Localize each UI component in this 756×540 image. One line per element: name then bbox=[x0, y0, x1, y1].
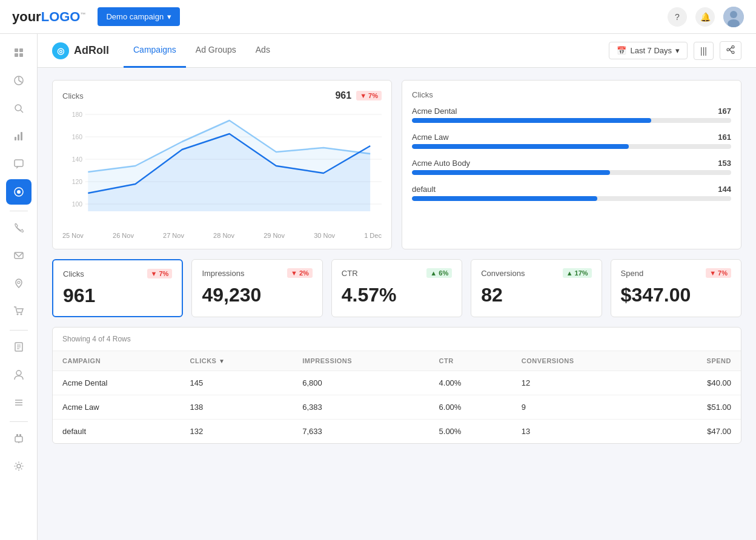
metric-card-ctr[interactable]: CTR ▲ 6% 4.57% bbox=[331, 259, 462, 317]
metric-card-ctr-badge: ▲ 6% bbox=[426, 268, 452, 278]
bar-value-1: 161 bbox=[718, 133, 731, 142]
bar-chart-header: Clicks bbox=[412, 90, 731, 99]
sidebar-item-cart[interactable] bbox=[6, 298, 31, 324]
svg-rect-4 bbox=[19, 48, 23, 52]
bar-value-0: 167 bbox=[718, 107, 731, 116]
share-button[interactable] bbox=[720, 41, 741, 60]
th-impressions: Impressions bbox=[293, 351, 429, 371]
metric-card-impressions[interactable]: Impressions ▼ 2% 49,230 bbox=[191, 259, 322, 317]
metric-card-ctr-label: CTR bbox=[342, 269, 358, 278]
share-icon bbox=[726, 46, 735, 56]
columns-button[interactable]: ||| bbox=[694, 42, 714, 60]
tab-campaigns[interactable]: Campaigns bbox=[124, 34, 186, 68]
sidebar-item-chat[interactable] bbox=[6, 151, 31, 177]
sidebar-item-search[interactable] bbox=[6, 96, 31, 121]
date-range-button[interactable]: 📅 Last 7 Days ▾ bbox=[609, 42, 688, 59]
svg-point-34 bbox=[732, 51, 734, 54]
svg-rect-10 bbox=[15, 137, 16, 140]
bar-track-3 bbox=[412, 196, 731, 201]
campaigns-table: Campaign Clicks ▼ Impressions CTR Conver… bbox=[53, 351, 741, 443]
metric-card-conversions-header: Conversions ▲ 17% bbox=[481, 268, 591, 278]
campaign-button[interactable]: Demo campaign ▾ bbox=[98, 7, 180, 26]
calendar-icon: 📅 bbox=[617, 46, 626, 55]
data-table-card: Showing 4 of 4 Rows Campaign Clicks ▼ Im… bbox=[52, 327, 741, 444]
bar-label-2: Acme Auto Body bbox=[412, 159, 470, 168]
avatar[interactable] bbox=[723, 7, 744, 27]
sidebar-item-user[interactable] bbox=[6, 362, 31, 387]
sidebar-item-phone[interactable] bbox=[6, 215, 31, 240]
metric-card-impressions-header: Impressions ▼ 2% bbox=[202, 268, 312, 278]
metric-card-impressions-label: Impressions bbox=[202, 269, 244, 278]
bar-label-row-2: Acme Auto Body 153 bbox=[412, 159, 731, 168]
logo: yourLOGO™ bbox=[12, 9, 85, 25]
sidebar-item-analytics[interactable] bbox=[6, 68, 31, 93]
metric-card-spend-header: Spend ▼ 7% bbox=[621, 268, 731, 278]
sidebar-item-home[interactable] bbox=[6, 40, 31, 65]
bar-label-row-1: Acme Law 161 bbox=[412, 133, 731, 142]
svg-point-19 bbox=[20, 314, 22, 315]
sidebar-divider-3 bbox=[10, 421, 28, 422]
top-nav-left: yourLOGO™ Demo campaign ▾ bbox=[12, 7, 180, 26]
adroll-icon: ◎ bbox=[52, 42, 69, 59]
table-header-row: Campaign Clicks ▼ Impressions CTR Conver… bbox=[53, 351, 741, 371]
td-conversions-1: 9 bbox=[512, 395, 654, 420]
metric-card-spend-value: $347.00 bbox=[621, 285, 731, 305]
svg-rect-3 bbox=[15, 48, 18, 52]
bar-label-row-3: default 144 bbox=[412, 185, 731, 194]
sidebar-item-plugin[interactable] bbox=[6, 426, 31, 451]
notification-button[interactable]: 🔔 bbox=[695, 7, 715, 27]
metric-card-conversions-label: Conversions bbox=[481, 269, 525, 278]
sidebar-item-settings[interactable] bbox=[6, 453, 31, 456]
bar-fill-2 bbox=[412, 170, 610, 175]
line-chart-badge: ▼ 7% bbox=[356, 91, 382, 100]
metric-card-conversions-badge: ▲ 17% bbox=[563, 268, 592, 278]
campaign-btn-label: Demo campaign bbox=[106, 12, 164, 21]
td-impressions-2: 7,633 bbox=[293, 420, 429, 444]
td-campaign-2: default bbox=[53, 420, 180, 444]
svg-point-24 bbox=[16, 370, 21, 375]
metric-cards-row: Clicks ▼ 7% 961 Impressions ▼ 2% 49,230 … bbox=[52, 259, 741, 317]
th-campaign: Campaign bbox=[53, 351, 180, 371]
sidebar-item-dashboard[interactable] bbox=[6, 123, 31, 149]
metric-card-clicks[interactable]: Clicks ▼ 7% 961 bbox=[52, 259, 183, 317]
svg-text:120: 120 bbox=[72, 178, 82, 185]
x-label-2: 27 Nov bbox=[163, 232, 184, 239]
sidebar-item-email[interactable] bbox=[6, 243, 31, 268]
bar-label-1: Acme Law bbox=[412, 133, 449, 142]
sidebar-item-list[interactable] bbox=[6, 390, 31, 415]
line-chart-svg-container: 180 160 140 120 100 bbox=[62, 108, 382, 229]
svg-rect-12 bbox=[21, 132, 22, 140]
bar-item-1: Acme Law 161 bbox=[412, 133, 731, 149]
svg-text:180: 180 bbox=[72, 111, 82, 118]
tab-ads[interactable]: Ads bbox=[246, 34, 280, 68]
x-label-4: 29 Nov bbox=[264, 232, 285, 239]
svg-point-18 bbox=[16, 314, 18, 315]
sidebar-item-adroll[interactable] bbox=[6, 179, 31, 205]
main-content: ◎ AdRoll Campaigns Ad Groups Ads 📅 Last … bbox=[38, 34, 756, 456]
top-nav: yourLOGO™ Demo campaign ▾ ? 🔔 bbox=[0, 0, 756, 34]
metric-card-spend-label: Spend bbox=[621, 269, 644, 278]
date-range-label: Last 7 Days bbox=[630, 46, 672, 55]
td-clicks-1: 138 bbox=[180, 395, 293, 420]
tab-adgroups[interactable]: Ad Groups bbox=[186, 34, 246, 68]
th-spend: Spend bbox=[654, 351, 741, 371]
bar-item-2: Acme Auto Body 153 bbox=[412, 159, 731, 175]
th-clicks[interactable]: Clicks ▼ bbox=[180, 351, 293, 371]
bar-value-2: 153 bbox=[718, 159, 731, 168]
td-spend-2: $47.00 bbox=[654, 420, 741, 444]
bar-item-3: default 144 bbox=[412, 185, 731, 201]
metric-card-impressions-value: 49,230 bbox=[202, 285, 312, 305]
sidebar-item-location[interactable] bbox=[6, 271, 31, 296]
svg-rect-30 bbox=[15, 436, 22, 442]
sidebar-item-report[interactable] bbox=[6, 334, 31, 360]
td-clicks-2: 132 bbox=[180, 420, 293, 444]
campaign-btn-chevron: ▾ bbox=[167, 12, 171, 21]
metric-card-spend[interactable]: Spend ▼ 7% $347.00 bbox=[611, 259, 741, 317]
help-button[interactable]: ? bbox=[668, 7, 687, 27]
sidebar-divider-2 bbox=[10, 330, 28, 331]
content-area: Clicks 961 ▼ 7% 180 bbox=[38, 68, 756, 456]
metric-card-conversions[interactable]: Conversions ▲ 17% 82 bbox=[471, 259, 602, 317]
svg-point-1 bbox=[730, 11, 737, 18]
metric-card-conversions-value: 82 bbox=[481, 285, 591, 305]
bar-fill-1 bbox=[412, 144, 629, 149]
